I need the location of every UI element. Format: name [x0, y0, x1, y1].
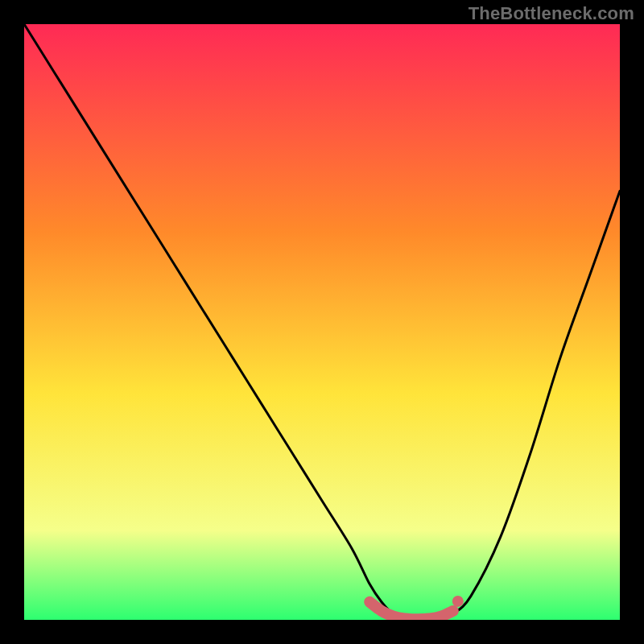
plot-area — [24, 24, 620, 620]
optimal-range-end-dot — [452, 596, 464, 607]
chart-frame: TheBottleneck.com — [0, 0, 644, 644]
watermark-text: TheBottleneck.com — [469, 3, 634, 24]
gradient-background — [24, 24, 620, 620]
chart-svg — [24, 24, 620, 620]
